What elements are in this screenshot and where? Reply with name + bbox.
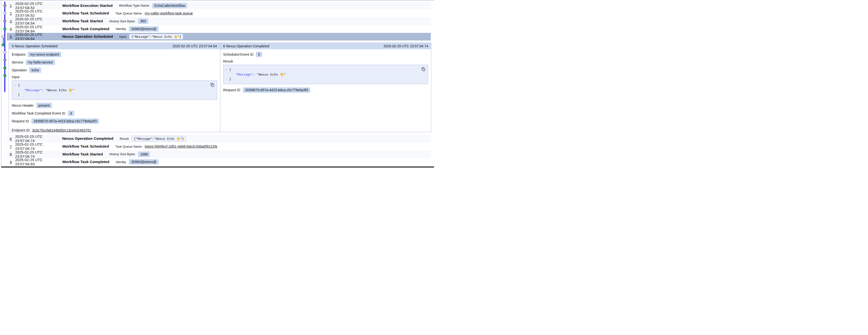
event-id-link[interactable]: 9: [9, 160, 13, 164]
json-line: "Message": "Nexus Echo 👋": [18, 88, 214, 93]
event-id-link[interactable]: 7: [9, 144, 13, 149]
event-detail-label: History Size Bytes: [109, 152, 135, 156]
event-timestamp: 2025-02-25 UTC 23:57:04.83: [15, 158, 62, 166]
request-id-badge: 283fd070-d57a-4423-bdca-c5c779e6a3f3: [243, 87, 310, 93]
timeline-dot-event-2[interactable]: [3, 12, 6, 15]
event-name: Workflow Task Completed: [62, 27, 109, 31]
event-name: Workflow Task Scheduled: [62, 11, 109, 16]
scheduled-event-id-field: Scheduled Event ID 5: [223, 52, 428, 57]
nexus-header-badge: present: [36, 103, 52, 108]
event-detail-label: Workflow Type Name: [119, 4, 149, 7]
json-line: }: [18, 92, 214, 97]
collapse-chevron-icon[interactable]: ⌄: [225, 67, 227, 72]
event-id-link[interactable]: 1: [9, 3, 13, 8]
event-name: Workflow Task Scheduled: [62, 144, 109, 149]
panel-title: 5 Nexus Operation Scheduled: [12, 44, 58, 48]
wtc-event-id-badge: 4: [68, 111, 74, 116]
event-timeline-rail: [0, 0, 7, 167]
collapse-chevron-icon[interactable]: ⌄: [14, 83, 16, 87]
result-json-viewer: ⌄ { "Message": "Nexus Echo 👋" }: [223, 65, 428, 84]
event-row-4[interactable]: 4 2025-02-25 UTC 23:57:04.64 Workflow Ta…: [7, 25, 431, 33]
event-timestamp: 2025-02-25 UTC 23:57:04.74: [15, 142, 62, 150]
field-label: Nexus Header: [12, 104, 34, 107]
endpoint-id-link[interactable]: 3c0c75ccfa8144b092c13ce632463761: [32, 128, 91, 132]
event-id-link[interactable]: 2: [9, 11, 13, 16]
event-row-3[interactable]: 3 2025-02-25 UTC 23:57:04.54 Workflow Ta…: [7, 17, 431, 25]
json-line: {: [229, 67, 426, 72]
copy-icon[interactable]: [210, 82, 215, 88]
history-size-badge: 363: [138, 19, 148, 24]
json-line: {: [18, 83, 214, 88]
event-name: Workflow Task Completed: [62, 160, 109, 164]
event-row-2[interactable]: 2 2025-02-25 UTC 23:57:04.52 Workflow Ta…: [7, 9, 431, 18]
request-id-badge: 283fd070-d57a-4423-bdca-c5c779e6a3f3: [31, 118, 99, 124]
input-section-label: Input: [12, 75, 217, 79]
nexus-operation-completed-panel: 6 Nexus Operation Completed 2025-02-25 U…: [220, 43, 431, 132]
event-id-link[interactable]: 3: [9, 19, 13, 23]
panel-title: 6 Nexus Operation Completed: [223, 44, 269, 48]
identity-badge: 30960@totoro@: [129, 159, 159, 165]
timeline-dot-event-5[interactable]: [2, 35, 5, 38]
operation-field: Operation echo: [12, 67, 217, 73]
event-id-link[interactable]: 5: [9, 34, 13, 39]
field-label: Endpoint: [12, 53, 25, 56]
event-id-link[interactable]: 8: [9, 152, 13, 156]
endpoint-badge: my-nexus-endpoint: [28, 52, 61, 57]
timeline-line: [4, 1, 5, 92]
timeline-dot-event-4[interactable]: [3, 27, 6, 30]
copy-icon[interactable]: [421, 66, 426, 72]
panel-timestamp: 2025-02-25 UTC 23:57:04.64: [172, 44, 217, 48]
panel-header: 6 Nexus Operation Completed 2025-02-25 U…: [220, 43, 431, 49]
operation-badge: echo: [29, 67, 41, 73]
history-size-badge: 1088: [138, 151, 150, 157]
panel-header: 5 Nexus Operation Scheduled 2025-02-25 U…: [9, 43, 220, 49]
event-detail-label: Task Queue Name: [116, 145, 142, 148]
task-queue-link[interactable]: my-caller-workflow-task-queue: [145, 11, 193, 15]
json-line: }: [229, 77, 426, 82]
endpoint-id-field: Endpoint ID 3c0c75ccfa8144b092c13ce63246…: [12, 128, 217, 133]
event-timestamp: 2025-02-25 UTC 23:57:04.74: [15, 150, 62, 159]
workflow-event-history: 1 2025-02-25 UTC 23:57:04.52 Workflow Ex…: [0, 0, 434, 167]
timeline-dot-event-6[interactable]: [2, 44, 5, 46]
endpoint-field: Endpoint my-nexus-endpoint: [12, 52, 217, 57]
wtc-event-id-field: Workflow Task Completed Event ID 4: [12, 111, 217, 116]
field-label: Operation: [12, 68, 27, 72]
event-name: Nexus Operation Scheduled: [62, 34, 113, 39]
field-label: Endpoint ID: [12, 128, 30, 132]
event-row-1[interactable]: 1 2025-02-25 UTC 23:57:04.52 Workflow Ex…: [7, 2, 431, 9]
event-detail-panels: 5 Nexus Operation Scheduled 2025-02-25 U…: [8, 43, 431, 132]
identity-badge: 30960@totoro@: [129, 26, 159, 32]
event-detail-label: Identity: [116, 160, 126, 164]
input-payload-badge: {"Message":"Nexus Echo 👋"}: [129, 34, 183, 39]
event-row-7[interactable]: 7 2025-02-25 UTC 23:57:04.74 Workflow Ta…: [7, 142, 431, 150]
field-label: Workflow Task Completed Event ID: [12, 111, 65, 115]
request-id-field: Request ID 283fd070-d57a-4423-bdca-c5c77…: [223, 87, 428, 93]
event-timestamp: 2025-02-25 UTC 23:57:04.64: [15, 32, 62, 41]
event-name: Workflow Task Started: [62, 152, 103, 157]
event-timestamp: 2025-02-25 UTC 23:57:04.54: [15, 17, 62, 25]
event-id-link[interactable]: 4: [9, 27, 13, 31]
panel-body: Scheduled Event ID 5 Result ⌄ { "Message…: [220, 49, 431, 132]
timeline-dot-event-9[interactable]: [3, 66, 6, 69]
input-json-viewer: ⌄ { "Message": "Nexus Echo 👋" }: [12, 80, 217, 100]
task-queue-link[interactable]: totoro:f494fecf-2d51-4d48-bdcd-036a0f912…: [145, 144, 217, 148]
timeline-dot-event-1[interactable]: [3, 4, 6, 7]
timeline-dot-event-10[interactable]: [3, 74, 6, 77]
event-row-8[interactable]: 8 2025-02-25 UTC 23:57:04.74 Workflow Ta…: [7, 150, 431, 158]
event-row-5-selected[interactable]: 5 2025-02-25 UTC 23:57:04.64 Nexus Opera…: [7, 33, 431, 41]
workflow-type-badge: EchoCallerWorkflow: [152, 3, 187, 8]
event-detail-label: Task Queue Name: [116, 11, 142, 15]
event-timestamp: 2025-02-25 UTC 23:57:04.64: [15, 25, 62, 33]
timeline-dot-event-3[interactable]: [3, 20, 6, 23]
event-detail-label: Input: [119, 35, 126, 38]
event-row-9[interactable]: 9 2025-02-25 UTC 23:57:04.83 Workflow Ta…: [7, 158, 431, 166]
result-section-label: Result: [223, 59, 428, 63]
field-label: Request ID: [12, 119, 29, 123]
field-label: Request ID: [223, 88, 240, 92]
panel-body: Endpoint my-nexus-endpoint Service my-he…: [9, 49, 220, 138]
event-detail-label: History Size Bytes: [109, 19, 135, 23]
event-timestamp: 2025-02-25 UTC 23:57:04.52: [15, 1, 62, 10]
timeline-dot-event-8[interactable]: [3, 59, 6, 61]
timeline-dot-event-7[interactable]: [3, 51, 6, 54]
event-name: Workflow Execution Started: [62, 3, 113, 8]
